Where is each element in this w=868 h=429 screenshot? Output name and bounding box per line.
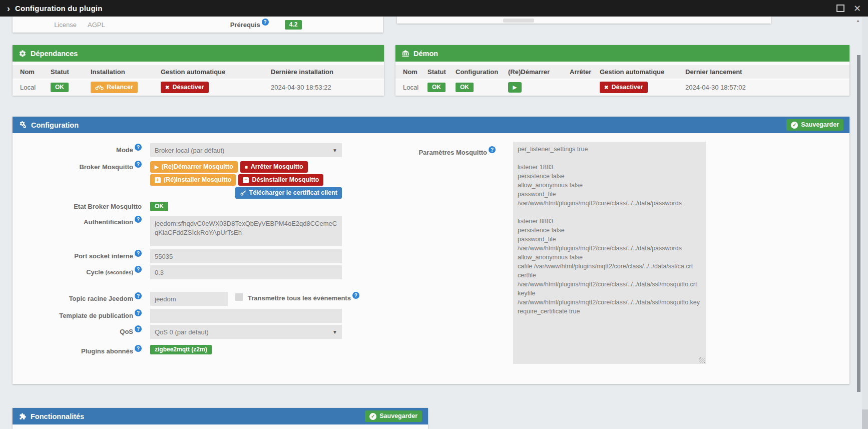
help-icon[interactable]: ? — [135, 345, 142, 352]
save-features-button[interactable]: ✓ Sauvegarder — [365, 410, 422, 422]
col-redemarrer: (Re)Démarrer — [508, 68, 570, 76]
col-arreter: Arrêter — [570, 68, 600, 76]
mode-select[interactable]: Broker local (par défaut) ▼ — [150, 143, 342, 157]
mosquitto-params-wrapper: per_listener_settings true listener 1883… — [513, 142, 706, 364]
broker-state-label: Etat Broker Mosquitto — [13, 203, 142, 210]
dependencies-title: Dépendances — [31, 50, 78, 58]
restart-mosquitto-button[interactable]: ▶ (Re)Démarrer Mosquitto — [150, 161, 238, 173]
help-icon[interactable]: ? — [135, 309, 142, 316]
scroll-up-icon[interactable]: ▲ — [856, 19, 860, 23]
daemon-name: Local — [403, 84, 427, 91]
mosquitto-params-textarea[interactable]: per_listener_settings true listener 1883… — [513, 142, 706, 364]
transmit-events-checkbox[interactable] — [235, 293, 243, 301]
daemon-header: Démon — [395, 45, 849, 62]
transmit-events-label: Transmettre tous les évènements? — [248, 294, 359, 302]
features-header: Fonctionnalités ✓ Sauvegarder — [13, 408, 428, 424]
disable-daemon-auto-button[interactable]: ✖ Désactiver — [600, 82, 648, 93]
dependency-name: Local — [20, 84, 51, 91]
install-mosquitto-button[interactable]: + (Ré)Installer Mosquitto — [150, 174, 236, 186]
chevron-right-icon: › — [7, 4, 10, 13]
relaunch-dependencies-button[interactable]: Relancer — [91, 82, 138, 93]
broker-buttons-row1: ▶ (Re)Démarrer Mosquitto ■ Arrêter Mosqu… — [150, 161, 308, 173]
port-label: Port socket interne? — [13, 252, 142, 260]
broker-buttons-row2: + (Ré)Installer Mosquitto − Désinstaller… — [150, 174, 323, 186]
start-daemon-button[interactable]: ▶ — [508, 82, 522, 93]
dependencies-table-row: Local OK Relancer ✖ Désactiver 2024-04-3… — [13, 80, 384, 95]
license-value: AGPL — [88, 21, 105, 29]
save-label: Sauvegarder — [379, 412, 417, 420]
configuration-body: Mode? Broker local (par défaut) ▼ Broker… — [13, 117, 849, 384]
daemon-config-badge: OK — [456, 83, 474, 92]
window-title: Configuration du plugin — [15, 4, 103, 13]
daemon-panel: Démon Nom Statut Configuration (Re)Démar… — [395, 45, 849, 96]
page-scrollbar-track — [862, 17, 868, 429]
broker-label: Broker Mosquitto? — [13, 163, 142, 171]
features-panel: Fonctionnalités ✓ Sauvegarder — [13, 408, 428, 429]
x-mark-icon: ✖ — [604, 85, 608, 90]
caret-down-icon: ▼ — [332, 329, 337, 335]
help-icon[interactable]: ? — [135, 292, 142, 299]
maximize-icon[interactable] — [836, 5, 844, 12]
modal-scrollbar-thumb[interactable] — [857, 55, 860, 392]
col-gestion-automatique: Gestion automatique — [161, 68, 271, 76]
bicycle-icon — [95, 85, 104, 90]
template-label: Template de publication? — [13, 312, 142, 319]
auth-label: Authentification? — [13, 218, 142, 226]
help-icon[interactable]: ? — [135, 144, 142, 151]
close-icon[interactable]: ✕ — [853, 4, 861, 13]
help-icon[interactable]: ? — [262, 19, 269, 26]
download-certificate-button[interactable]: Télécharger le certificat client — [235, 187, 342, 199]
uninstall-label: Désinstaller Mosquitto — [252, 176, 319, 184]
col-derniere-installation: Dernière installation — [271, 68, 376, 76]
help-icon[interactable]: ? — [489, 146, 496, 153]
col-configuration: Configuration — [456, 68, 508, 76]
disable-label: Désactiver — [172, 84, 204, 91]
page-scrollbar-thumb[interactable] — [862, 409, 868, 429]
stop-label: Arrêter Mosquitto — [251, 163, 303, 171]
bank-icon — [401, 50, 409, 58]
cycle-label: Cycle (secondes)? — [13, 268, 142, 276]
disable-label: Désactiver — [611, 84, 643, 91]
plugin-badge-zigbee2mqtt: zigbee2mqtt (z2m) — [150, 345, 212, 354]
template-input[interactable] — [150, 309, 342, 323]
window-titlebar: › Configuration du plugin ✕ — [0, 0, 868, 17]
col-statut: Statut — [51, 68, 91, 76]
last-launch-date: 2024-04-30 18:57:02 — [685, 84, 842, 91]
topic-input[interactable] — [150, 292, 228, 306]
play-icon: ▶ — [155, 165, 159, 170]
port-input[interactable] — [150, 249, 342, 263]
stop-mosquitto-button[interactable]: ■ Arrêter Mosquitto — [240, 161, 308, 173]
prerequis-label: Prérequis — [230, 21, 260, 29]
configuration-panel: Configuration ✓ Sauvegarder Mode? Broker… — [13, 117, 849, 384]
help-icon[interactable]: ? — [135, 266, 142, 273]
dependencies-panel: Dépendances Nom Statut Installation Gest… — [13, 45, 384, 96]
uninstall-mosquitto-button[interactable]: − Désinstaller Mosquitto — [238, 174, 323, 186]
help-icon[interactable]: ? — [135, 250, 142, 257]
help-icon[interactable]: ? — [135, 216, 142, 223]
help-icon[interactable]: ? — [135, 161, 142, 168]
help-icon[interactable]: ? — [352, 292, 359, 299]
mode-selected-value: Broker local (par défaut) — [155, 147, 224, 154]
certificate-label: Télécharger le certificat client — [249, 189, 337, 197]
disable-dependency-auto-button[interactable]: ✖ Désactiver — [161, 82, 209, 93]
daemon-title: Démon — [413, 50, 438, 58]
stop-icon: ■ — [245, 165, 248, 170]
gear-icon — [19, 50, 27, 58]
cycle-sublabel: (secondes) — [106, 269, 133, 275]
puzzle-piece-icon — [19, 412, 27, 420]
cycle-input[interactable] — [150, 265, 342, 279]
install-label: (Ré)Installer Mosquitto — [164, 176, 231, 184]
plugin-config-window: › Configuration du plugin ✕ License AGPL… — [0, 0, 868, 429]
play-icon: ▶ — [513, 84, 517, 91]
prerequis-badge: 4.2 — [285, 20, 302, 30]
qos-label: QoS? — [13, 328, 142, 335]
window-controls: ✕ — [836, 4, 861, 13]
qos-selected-value: QoS 0 (par défaut) — [155, 328, 209, 336]
features-title: Fonctionnalités — [31, 412, 84, 420]
qos-select[interactable]: QoS 0 (par défaut) ▼ — [150, 325, 342, 339]
help-icon[interactable]: ? — [135, 325, 142, 332]
topic-label: Topic racine Jeedom? — [13, 295, 142, 302]
daemon-status-badge: OK — [427, 83, 446, 92]
auth-textarea[interactable]: jeedom:sfhqdvC0eWX03D8TexQbEyVEBPM4oE2qd… — [150, 216, 342, 246]
caret-down-icon: ▼ — [332, 148, 337, 153]
